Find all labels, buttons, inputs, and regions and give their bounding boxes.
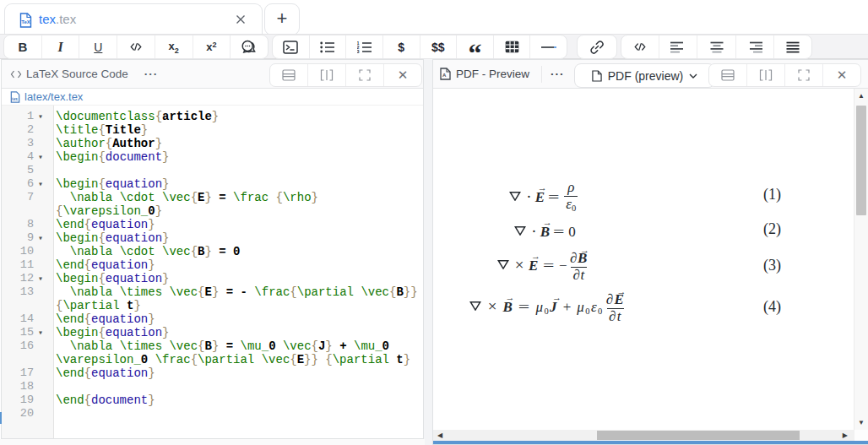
svg-text:TeX: TeX (21, 19, 30, 24)
svg-text:3: 3 (357, 49, 360, 53)
svg-text:A: A (442, 73, 447, 78)
svg-text:tex: tex (12, 95, 18, 100)
